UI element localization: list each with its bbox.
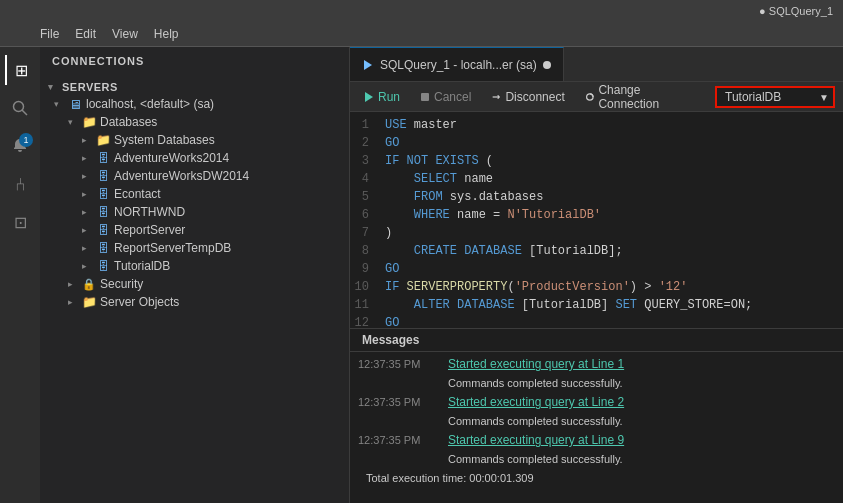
msg-link-2[interactable]: Started executing query at Line 2 [448, 394, 624, 411]
message-row-2: 12:37:35 PM Started executing query at L… [358, 394, 835, 411]
search-activity-icon[interactable] [5, 93, 35, 123]
run-button[interactable]: Run [358, 88, 406, 106]
main-layout: ⊞ 1 ⑃ ⊡ CONNECTIONS SERVERS [0, 47, 843, 503]
reportserver-label: ReportServer [114, 223, 185, 237]
awdw2014-arrow [82, 171, 96, 181]
editor-content[interactable]: 1 USE master 2 GO 3 IF NOT EXISTS ( 4 SE… [350, 112, 843, 328]
title-text: ● SQLQuery_1 [759, 5, 833, 17]
servers-arrow [48, 82, 62, 92]
msg-detail-1: Commands completed successfully. [358, 375, 835, 392]
svg-line-1 [22, 110, 27, 115]
tab-bar: SQLQuery_1 - localh...er (sa) [350, 47, 843, 82]
sidebar-header: CONNECTIONS [40, 47, 349, 75]
tree-item-adventureworksdw2014[interactable]: 🗄 AdventureWorksDW2014 [40, 167, 349, 185]
svg-rect-4 [421, 93, 429, 101]
server-objects-icon: 📁 [82, 295, 96, 309]
localhost-label: localhost, <default> (sa) [86, 97, 214, 111]
rstemp-label: ReportServerTempDB [114, 241, 231, 255]
code-line-9: 9 GO [350, 260, 843, 278]
msg-detail-2: Commands completed successfully. [358, 413, 835, 430]
change-connection-button[interactable]: Change Connection [579, 81, 707, 113]
tab-label: SQLQuery_1 - localh...er (sa) [380, 58, 537, 72]
localhost-arrow [54, 99, 68, 109]
tree-item-econtact[interactable]: 🗄 Econtact [40, 185, 349, 203]
activity-bar: ⊞ 1 ⑃ ⊡ [0, 47, 40, 503]
code-line-8: 8 CREATE DATABASE [TutorialDB]; [350, 242, 843, 260]
menu-bar: File Edit View Help [0, 22, 843, 47]
change-connection-icon [585, 92, 595, 102]
cancel-button[interactable]: Cancel [414, 88, 477, 106]
content-area: SQLQuery_1 - localh...er (sa) Run Cancel [350, 47, 843, 503]
rstemp-icon: 🗄 [96, 241, 110, 255]
code-line-7: 7 ) [350, 224, 843, 242]
tree-item-northwnd[interactable]: 🗄 NORTHWND [40, 203, 349, 221]
databases-folder-icon: 📁 [82, 115, 96, 129]
server-objects-label: Server Objects [100, 295, 179, 309]
code-line-12: 12 GO [350, 314, 843, 328]
tutorialdb-icon: 🗄 [96, 259, 110, 273]
disconnect-button[interactable]: Disconnect [485, 88, 570, 106]
northwnd-arrow [82, 207, 96, 217]
database-dropdown-wrapper: TutorialDB master tempdb ▼ [715, 86, 835, 108]
reportserver-arrow [82, 225, 96, 235]
menu-help[interactable]: Help [154, 27, 179, 41]
tree-item-system-databases[interactable]: 📁 System Databases [40, 131, 349, 149]
run-icon [364, 92, 374, 102]
menu-file[interactable]: File [40, 27, 59, 41]
msg-link-3[interactable]: Started executing query at Line 9 [448, 432, 624, 449]
tree-item-databases[interactable]: 📁 Databases [40, 113, 349, 131]
databases-label: Databases [100, 115, 157, 129]
servers-label: SERVERS [62, 81, 118, 93]
menu-edit[interactable]: Edit [75, 27, 96, 41]
msg-detail-3: Commands completed successfully. [358, 451, 835, 468]
code-line-6: 6 WHERE name = N'TutorialDB' [350, 206, 843, 224]
message-row-3: 12:37:35 PM Started executing query at L… [358, 432, 835, 449]
editor-area: 1 USE master 2 GO 3 IF NOT EXISTS ( 4 SE… [350, 112, 843, 328]
tree-item-server-objects[interactable]: 📁 Server Objects [40, 293, 349, 311]
sidebar: CONNECTIONS SERVERS 🖥 localhost, <defaul… [40, 47, 350, 503]
message-row-1: 12:37:35 PM Started executing query at L… [358, 356, 835, 373]
connections-activity-icon[interactable]: ⊞ [5, 55, 35, 85]
code-line-2: 2 GO [350, 134, 843, 152]
tab-modified-dot [543, 61, 551, 69]
aw2014-icon: 🗄 [96, 151, 110, 165]
tree-item-adventureworks2014[interactable]: 🗄 AdventureWorks2014 [40, 149, 349, 167]
code-line-11: 11 ALTER DATABASE [TutorialDB] SET QUERY… [350, 296, 843, 314]
menu-view[interactable]: View [112, 27, 138, 41]
tutorialdb-label: TutorialDB [114, 259, 170, 273]
server-icon: 🖥 [68, 97, 82, 111]
tree-item-security[interactable]: 🔒 Security [40, 275, 349, 293]
extensions-activity-icon[interactable]: ⊡ [5, 207, 35, 237]
database-dropdown[interactable]: TutorialDB master tempdb [715, 86, 835, 108]
cancel-icon [420, 92, 430, 102]
code-line-4: 4 SELECT name [350, 170, 843, 188]
title-bar: ● SQLQuery_1 [0, 0, 843, 22]
toolbar: Run Cancel Disconnect Change Connection [350, 82, 843, 112]
disconnect-icon [491, 92, 501, 102]
tree-item-reportservertempdb[interactable]: 🗄 ReportServerTempDB [40, 239, 349, 257]
awdw2014-label: AdventureWorksDW2014 [114, 169, 249, 183]
econtact-icon: 🗄 [96, 187, 110, 201]
messages-content: 12:37:35 PM Started executing query at L… [350, 352, 843, 503]
security-arrow [68, 279, 82, 289]
messages-panel: Messages 12:37:35 PM Started executing q… [350, 328, 843, 503]
sql-query-tab[interactable]: SQLQuery_1 - localh...er (sa) [350, 47, 564, 81]
servers-section[interactable]: SERVERS [40, 79, 349, 95]
msg-link-1[interactable]: Started executing query at Line 1 [448, 356, 624, 373]
msg-time-3: 12:37:35 PM [358, 432, 438, 449]
svg-marker-3 [365, 92, 373, 102]
tree-item-localhost[interactable]: 🖥 localhost, <default> (sa) [40, 95, 349, 113]
cancel-label: Cancel [434, 90, 471, 104]
git-activity-icon[interactable]: ⑃ [5, 169, 35, 199]
svg-marker-2 [364, 60, 372, 70]
system-databases-label: System Databases [114, 133, 215, 147]
system-db-icon: 📁 [96, 133, 110, 147]
tree-item-tutorialdb[interactable]: 🗄 TutorialDB [40, 257, 349, 275]
notifications-activity-icon[interactable]: 1 [5, 131, 35, 161]
messages-header: Messages [350, 329, 843, 352]
aw2014-arrow [82, 153, 96, 163]
msg-time-1: 12:37:35 PM [358, 356, 438, 373]
tree-item-reportserver[interactable]: 🗄 ReportServer [40, 221, 349, 239]
northwnd-label: NORTHWND [114, 205, 185, 219]
econtact-arrow [82, 189, 96, 199]
